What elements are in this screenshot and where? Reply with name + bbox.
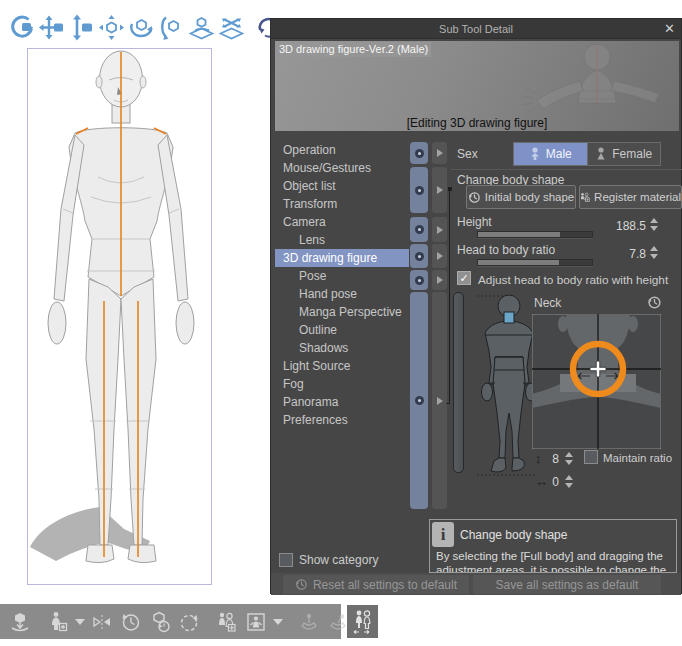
object-move-icon[interactable] [98,14,125,41]
reset-rotation-icon[interactable] [148,609,172,634]
expand-height[interactable] [432,217,447,242]
object-snap-ground-icon[interactable] [218,14,245,41]
body-shape-icon [350,609,375,635]
sex-female-label: Female [612,147,652,161]
adjust-ratio-checkbox[interactable]: ✓ [457,271,471,285]
nav-item-preferences[interactable]: Preferences [275,411,409,429]
height-gauge[interactable] [453,292,464,473]
eye-toggle-editor[interactable] [410,292,428,509]
stepper-down-icon[interactable] [650,226,658,231]
nav-item-shadows[interactable]: Shadows [275,339,409,357]
stepper-up-icon[interactable] [565,475,573,480]
nav-item-manga-perspective[interactable]: Manga Perspective [275,303,409,321]
nav-item-operation[interactable]: Operation [275,141,409,159]
fit-figure-caret-icon[interactable] [273,619,283,625]
eye-toggle-adjust[interactable] [410,270,428,290]
add-figure-icon[interactable] [46,609,70,634]
save-all-settings-button[interactable]: Save all settings as default [473,575,661,594]
male-icon [529,147,541,161]
nav-item-outline[interactable]: Outline [275,321,409,339]
body-part-silhouette[interactable] [465,291,541,483]
nav-item-mouse-gestures[interactable]: Mouse/Gestures [275,159,409,177]
group-bracket-line [446,403,450,404]
neck-highlight[interactable] [504,312,514,323]
reset-all-settings-button[interactable]: Reset all settings to default [283,575,469,594]
3d-viewport[interactable] [27,48,212,585]
reset-camera-icon[interactable] [177,609,201,634]
camera-zoom-icon[interactable] [68,14,95,41]
height-slider[interactable] [477,231,593,238]
maintain-ratio-checkbox[interactable] [584,450,598,464]
head-ratio-slider[interactable] [477,259,593,266]
object-launcher-toolbar [0,604,341,639]
show-category-checkbox[interactable] [279,553,293,567]
object-rotate-icon[interactable] [128,14,155,41]
sex-label: Sex [457,147,478,161]
camera-orbit-icon[interactable] [8,14,35,41]
reset-pose-icon[interactable] [119,609,143,634]
height-value: 188.5 [601,219,646,233]
nav-item-panorama[interactable]: Panorama [275,393,409,411]
fit-figure-icon[interactable] [244,609,268,634]
register-material-button[interactable]: Register material [579,185,682,209]
register-figure-icon[interactable] [215,609,239,634]
material-preview: 3D drawing figure-Ver.2 (Male) [Editing … [275,41,679,131]
object-vertical-rotate-icon[interactable] [158,14,185,41]
camera-pan-icon[interactable] [38,14,65,41]
stepper-down-icon[interactable] [650,254,658,259]
play-triangle-icon [437,226,443,234]
close-icon[interactable]: ✕ [664,21,675,37]
eye-toggle-sex[interactable] [410,142,428,164]
expand-editor[interactable] [432,292,447,509]
expand-sex[interactable] [432,142,447,164]
nav-item-pose[interactable]: Pose [275,267,409,285]
add-figure-caret-icon[interactable] [75,619,85,625]
panel-titlebar[interactable]: Sub Tool Detail ✕ [271,19,681,39]
stepper-up-icon[interactable] [650,246,658,251]
play-triangle-icon [437,186,443,194]
stepper-down-icon[interactable] [565,483,573,488]
nav-item-3d-drawing-figure[interactable]: 3D drawing figure [275,249,409,267]
nav-item-hand-pose[interactable]: Hand pose [275,285,409,303]
expand-head-ratio[interactable] [432,244,447,268]
change-body-shape-button[interactable] [347,605,378,638]
eye-toggle-height[interactable] [410,217,428,242]
part-reset-icon[interactable] [647,295,662,310]
initial-body-shape-button[interactable]: Initial body shape [466,185,576,209]
reset-icon [468,191,481,204]
stepper-up-icon[interactable] [650,218,658,223]
sex-female-button[interactable]: Female [587,143,661,165]
object-plane-rotate-icon[interactable] [188,14,215,41]
eye-icon [415,225,424,234]
material-name-label: 3D drawing figure-Ver.2 (Male) [276,42,431,57]
vertical-adjust-icon: ↕ [535,451,542,466]
check-icon: ✓ [459,272,468,285]
drop-to-ground-icon[interactable] [8,609,32,634]
eye-toggle-head-ratio[interactable] [410,244,428,268]
divider [451,169,682,170]
nav-item-fog[interactable]: Fog [275,375,409,393]
head-ratio-stepper [650,246,658,259]
sex-male-button[interactable]: Male [514,143,587,165]
height-label: Height [457,215,492,229]
stepper-down-icon[interactable] [565,460,573,465]
nav-item-transform[interactable]: Transform [275,195,409,213]
expand-body-shape[interactable] [432,167,447,213]
show-category-row: Show category [279,553,378,567]
body-part-name: Neck [534,296,561,310]
nav-item-lens[interactable]: Lens [275,231,409,249]
sex-male-label: Male [546,147,572,161]
eye-icon [415,149,424,158]
nav-item-camera[interactable]: Camera [275,213,409,231]
neck-adjust-pad[interactable] [532,314,661,449]
eye-toggle-body-shape[interactable] [410,167,428,213]
mirror-pose-icon[interactable] [90,609,114,634]
sub-tool-detail-panel: Sub Tool Detail ✕ 3D drawing figure-Ver.… [270,18,682,594]
nav-item-light-source[interactable]: Light Source [275,357,409,375]
eye-icon [415,396,424,405]
expand-adjust[interactable] [432,270,447,290]
hand-setup-icon[interactable] [297,609,321,634]
panel-title: Sub Tool Detail [439,23,513,35]
stepper-up-icon[interactable] [565,452,573,457]
nav-item-object-list[interactable]: Object list [275,177,409,195]
